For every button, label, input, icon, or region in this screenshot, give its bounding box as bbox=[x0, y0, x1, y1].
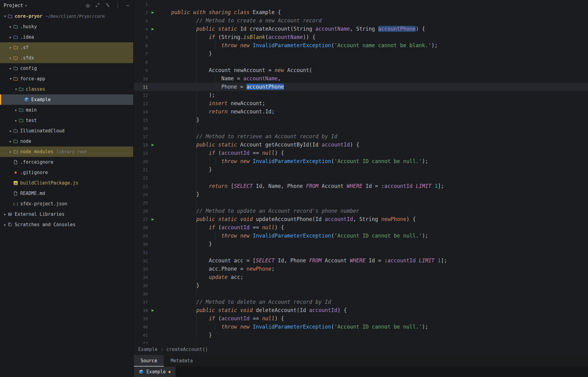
code-line-3[interactable]: 3 // Method to create a new Account reco… bbox=[134, 17, 588, 25]
file-tab-example[interactable]: Example bbox=[134, 367, 175, 377]
chevron-closed-icon[interactable]: ▸ bbox=[8, 25, 13, 29]
line-number[interactable]: 24 bbox=[134, 192, 148, 197]
tree-item-example[interactable]: Example bbox=[0, 94, 133, 105]
tree-item-core-pryor[interactable]: ▾core-pryor~/Dev/client/Pryor/core bbox=[0, 11, 133, 21]
code-line-28[interactable]: 28 if (accountId == null) { bbox=[134, 223, 588, 232]
breadcrumb-class[interactable]: Example bbox=[138, 347, 157, 352]
code-line-9[interactable]: 9 Account newAccount = new Account( bbox=[134, 66, 588, 74]
chevron-closed-icon[interactable]: ▸ bbox=[13, 108, 19, 112]
line-number[interactable]: 15 bbox=[134, 118, 148, 123]
tree-item-husky[interactable]: ▸.husky bbox=[0, 21, 133, 32]
code-line-25[interactable]: 25 bbox=[134, 199, 588, 207]
line-number[interactable]: 4 bbox=[134, 27, 148, 32]
tree-item-main[interactable]: ▸main bbox=[0, 105, 133, 115]
chevron-closed-icon[interactable]: ▸ bbox=[8, 66, 13, 70]
code-line-38[interactable]: 38▶ public static void deleteAccount(Id … bbox=[134, 306, 588, 314]
line-number[interactable]: 42 bbox=[134, 341, 148, 344]
line-number[interactable]: 32 bbox=[134, 258, 148, 263]
tree-item-sf[interactable]: ▸.sf bbox=[0, 42, 133, 53]
line-number[interactable]: 14 bbox=[134, 109, 148, 114]
line-number[interactable]: 29 bbox=[134, 234, 148, 238]
tree-item-forceignore[interactable]: .forceignore bbox=[0, 157, 133, 167]
line-number[interactable]: 35 bbox=[134, 283, 148, 288]
code-line-22[interactable]: 22 bbox=[134, 174, 588, 182]
line-number[interactable]: 6 bbox=[134, 43, 148, 48]
code-line-41[interactable]: 41 } bbox=[134, 331, 588, 339]
code-line-40[interactable]: 40 throw new InvalidParameterException('… bbox=[134, 323, 588, 331]
line-number[interactable]: 26 bbox=[134, 209, 148, 214]
chevron-open-icon[interactable]: ▾ bbox=[8, 77, 13, 81]
code-line-6[interactable]: 6 throw new InvalidParameterException('A… bbox=[134, 41, 588, 50]
line-number[interactable]: 13 bbox=[134, 101, 148, 106]
chevron-closed-icon[interactable]: ▸ bbox=[8, 45, 13, 50]
chevron-closed-icon[interactable]: ▸ bbox=[13, 118, 19, 123]
code-line-23[interactable]: 23 return [SELECT Id, Name, Phone FROM A… bbox=[134, 182, 588, 190]
line-number[interactable]: 40 bbox=[134, 325, 148, 329]
code-line-19[interactable]: 19 if (accountId == null) { bbox=[134, 149, 588, 157]
code-line-33[interactable]: 33 acc.Phone = newPhone; bbox=[134, 265, 588, 273]
line-number[interactable]: 7 bbox=[134, 51, 148, 56]
line-number[interactable]: 9 bbox=[134, 68, 148, 73]
code-line-35[interactable]: 35 } bbox=[134, 281, 588, 290]
code-line-39[interactable]: 39 if (accountId == null) { bbox=[134, 314, 588, 323]
tree-item-scratches-and-consoles[interactable]: ▸Scratches and Consoles bbox=[0, 219, 133, 230]
code-line-20[interactable]: 20 throw new InvalidParameterException('… bbox=[134, 157, 588, 166]
tree-item-classes[interactable]: ▾classes bbox=[0, 84, 133, 94]
line-number[interactable]: 19 bbox=[134, 151, 148, 156]
code-line-26[interactable]: 26 // Method to update an Account record… bbox=[134, 207, 588, 215]
tree-item-force-app[interactable]: ▾force-app bbox=[0, 74, 133, 84]
line-number[interactable]: 2 bbox=[134, 10, 148, 15]
expand-icon[interactable] bbox=[95, 3, 100, 8]
tree-item-idea[interactable]: ▸.idea bbox=[0, 32, 133, 42]
chevron-closed-icon[interactable]: ▸ bbox=[8, 56, 13, 60]
tree-item-config[interactable]: ▸config bbox=[0, 63, 133, 74]
code-line-27[interactable]: 27▶ public static void updateAccountPhon… bbox=[134, 215, 588, 223]
line-number[interactable]: 12 bbox=[134, 93, 148, 98]
tree-item-test[interactable]: ▸test bbox=[0, 115, 133, 126]
code-line-14[interactable]: 14 return newAccount.Id; bbox=[134, 108, 588, 116]
code-line-21[interactable]: 21 } bbox=[134, 166, 588, 174]
tab-metadata[interactable]: Metadata bbox=[164, 355, 199, 367]
run-icon[interactable]: ▶ bbox=[148, 143, 158, 147]
line-number[interactable]: 1 bbox=[134, 2, 148, 7]
line-number[interactable]: 11 bbox=[134, 85, 148, 89]
run-icon[interactable]: ▶ bbox=[148, 308, 158, 312]
run-icon[interactable]: ▶ bbox=[148, 27, 158, 31]
chevron-closed-icon[interactable]: ▸ bbox=[8, 129, 13, 133]
more-options-icon[interactable]: ⋮ bbox=[115, 3, 120, 8]
code-line-2[interactable]: 2▶public with sharing class Example { bbox=[134, 8, 588, 17]
chevron-closed-icon[interactable]: ▸ bbox=[8, 139, 13, 143]
line-number[interactable]: 27 bbox=[134, 217, 148, 222]
line-number[interactable]: 22 bbox=[134, 176, 148, 181]
tree-item-readme-md[interactable]: README.md bbox=[0, 188, 133, 199]
chevron-closed-icon[interactable]: ▸ bbox=[8, 150, 13, 154]
tab-source[interactable]: Source bbox=[134, 355, 164, 367]
code-line-32[interactable]: 32 Account acc = [SELECT Id, Phone FROM … bbox=[134, 257, 588, 265]
line-number[interactable]: 41 bbox=[134, 333, 148, 338]
code-line-16[interactable]: 16 bbox=[134, 124, 588, 132]
code-line-24[interactable]: 24 } bbox=[134, 190, 588, 199]
code-line-42[interactable]: 42 bbox=[134, 339, 588, 344]
line-number[interactable]: 17 bbox=[134, 134, 148, 139]
line-number[interactable]: 28 bbox=[134, 225, 148, 230]
line-number[interactable]: 5 bbox=[134, 35, 148, 40]
tree-item-gitignore[interactable]: .gitignore bbox=[0, 167, 133, 178]
hide-panel-icon[interactable]: − bbox=[126, 3, 130, 8]
code-line-7[interactable]: 7 } bbox=[134, 50, 588, 58]
line-number[interactable]: 3 bbox=[134, 18, 148, 23]
code-line-11[interactable]: 11 Phone = accountPhone bbox=[134, 83, 588, 91]
chevron-closed-icon[interactable]: ▸ bbox=[2, 223, 8, 227]
line-number[interactable]: 37 bbox=[134, 300, 148, 305]
chevron-closed-icon[interactable]: ▸ bbox=[2, 212, 8, 216]
chevron-closed-icon[interactable]: ▸ bbox=[8, 35, 13, 39]
tree-item-sfdx[interactable]: ▸.sfdx bbox=[0, 53, 133, 63]
run-icon[interactable]: ▶ bbox=[148, 217, 158, 221]
code-line-8[interactable]: 8 bbox=[134, 58, 588, 66]
tree-item-external-libraries[interactable]: ▸External Libraries bbox=[0, 209, 133, 219]
run-icon[interactable]: ▶ bbox=[148, 10, 158, 14]
line-number[interactable]: 10 bbox=[134, 76, 148, 81]
line-number[interactable]: 30 bbox=[134, 242, 148, 247]
line-number[interactable]: 20 bbox=[134, 159, 148, 164]
line-number[interactable]: 39 bbox=[134, 316, 148, 321]
line-number[interactable]: 34 bbox=[134, 275, 148, 280]
